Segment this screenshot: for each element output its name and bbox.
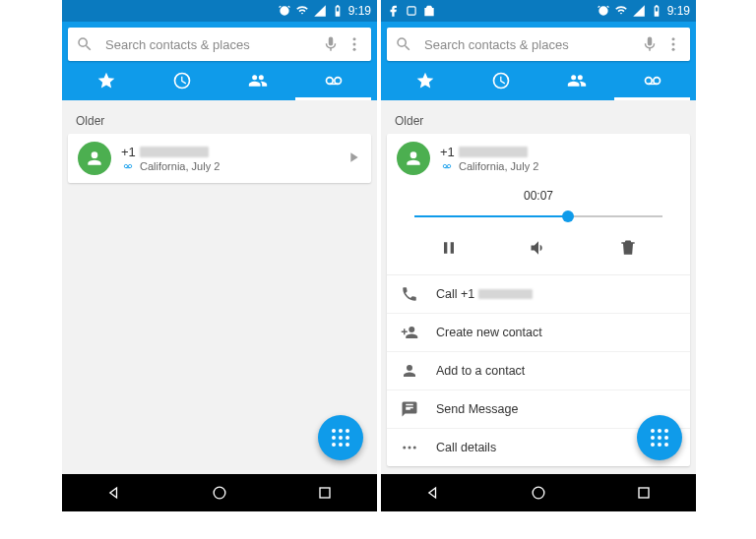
dialpad-icon [332,429,349,447]
message-icon [401,400,418,418]
nav-bar [381,474,696,511]
redacted-number [459,147,528,157]
svg-point-12 [533,487,544,499]
tab-voicemail[interactable] [614,61,690,100]
nav-home[interactable] [529,483,548,503]
wifi-icon [295,4,309,18]
notif-icon-2 [422,4,436,18]
pause-button[interactable] [439,238,459,261]
phone-screen-collapsed: 9:19 Search contacts & places Older +1 [62,0,377,511]
alarm-icon [278,4,291,18]
alarm-icon [597,4,610,18]
battery-icon [650,4,663,18]
voicemail-subtitle: California, July 2 [440,160,680,172]
notif-icon [405,4,418,18]
voicemail-subtitle: California, July 2 [121,160,336,172]
tab-bar [387,61,690,100]
redacted-number [140,147,209,157]
overflow-icon[interactable] [664,35,682,53]
voicemail-card[interactable]: +1 California, July 2 [68,134,371,183]
clock-text: 9:19 [348,4,371,18]
tab-bar [68,61,371,100]
svg-rect-10 [320,488,330,498]
mic-icon[interactable] [322,35,340,53]
status-bar: 9:19 [381,0,696,22]
content-area: Older +1 California, July 2 00:07 [381,100,696,474]
app-header: Search contacts & places [62,22,377,100]
dialpad-fab[interactable] [318,415,363,460]
search-input[interactable]: Search contacts & places [424,37,641,52]
tab-favorites[interactable] [387,61,463,100]
play-button[interactable] [346,150,361,168]
voicemail-header-row[interactable]: +1 California, July 2 [387,134,690,183]
speaker-button[interactable] [529,238,548,261]
delete-button[interactable] [618,238,638,261]
voicemail-info: +1 California, July 2 [440,145,680,172]
nav-back[interactable] [423,483,443,503]
dialpad-icon [651,429,668,447]
voicemail-card-expanded: +1 California, July 2 00:07 [387,134,690,466]
voicemail-info: +1 California, July 2 [121,145,336,172]
menu-create-contact[interactable]: Create new contact [387,313,690,351]
nav-recent[interactable] [634,483,654,503]
tab-contacts[interactable] [220,61,295,100]
tab-recents[interactable] [463,61,538,100]
nav-back[interactable] [104,483,124,503]
tab-contacts[interactable] [538,61,614,100]
dialpad-fab[interactable] [637,415,682,460]
content-area: Older +1 California, July 2 [62,100,377,474]
person-icon [401,362,418,380]
phone-screen-expanded: 9:19 Search contacts & places Older +1 [381,0,696,511]
tab-recents[interactable] [144,61,220,100]
caller-number: +1 [440,145,680,159]
elapsed-time: 00:07 [387,189,690,203]
avatar [78,142,111,175]
search-bar[interactable]: Search contacts & places [387,28,690,61]
signal-icon [313,4,327,18]
battery-icon [331,4,345,18]
nav-home[interactable] [210,483,229,503]
nav-bar [62,474,377,511]
menu-call[interactable]: Call +1 [387,275,690,313]
more-horizontal-icon [401,439,418,456]
signal-icon [632,4,646,18]
playback-panel: 00:07 [387,183,690,274]
search-icon [395,35,412,53]
status-bar: 9:19 [62,0,377,22]
svg-rect-11 [408,7,415,15]
svg-rect-13 [639,488,649,498]
add-person-icon [401,324,418,341]
section-label: Older [387,106,690,134]
phone-icon [401,285,418,303]
facebook-icon [387,4,401,18]
app-header: Search contacts & places [381,22,696,100]
section-label: Older [68,106,371,134]
clock-text: 9:19 [667,4,690,18]
nav-recent[interactable] [315,483,335,503]
svg-point-9 [214,487,225,499]
search-bar[interactable]: Search contacts & places [68,28,371,61]
caller-number: +1 [121,145,336,159]
menu-add-contact[interactable]: Add to a contact [387,351,690,389]
tab-favorites[interactable] [68,61,144,100]
search-input[interactable]: Search contacts & places [105,37,322,52]
wifi-icon [614,4,628,18]
playback-slider[interactable] [414,207,662,226]
overflow-icon[interactable] [346,35,363,53]
mic-icon[interactable] [641,35,659,53]
avatar [397,142,430,175]
tab-voicemail[interactable] [295,61,371,100]
search-icon [76,35,94,53]
